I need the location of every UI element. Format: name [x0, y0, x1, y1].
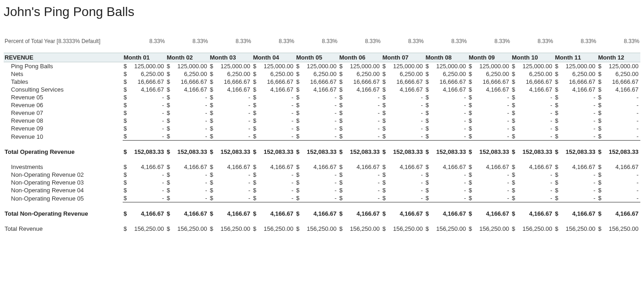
value-cell: $4,166.67 — [382, 163, 425, 171]
value-cell: $- — [338, 117, 381, 125]
percent-value: 8.33% — [511, 38, 554, 53]
value-cell: $- — [252, 109, 295, 117]
value-cell: $4,166.67 — [123, 163, 166, 171]
month-header: Month 11 — [554, 53, 597, 62]
value-cell: $- — [295, 93, 338, 101]
value-cell: $- — [252, 194, 295, 202]
value-cell: $156,250.00 — [295, 225, 338, 233]
month-header: Month 01 — [123, 53, 166, 62]
value-cell: $- — [252, 117, 295, 125]
value-cell: $- — [209, 93, 252, 101]
row-label: Nets — [4, 70, 123, 78]
value-cell: $- — [295, 179, 338, 186]
value-cell: $4,166.67 — [209, 163, 252, 171]
row-label: Non-Operating Revenue 04 — [4, 186, 123, 194]
value-cell: $- — [554, 125, 597, 132]
value-cell: $- — [295, 194, 338, 202]
value-cell: $- — [123, 194, 166, 202]
value-cell: $125,000.00 — [382, 62, 425, 71]
percent-value: 8.33% — [554, 38, 597, 53]
value-cell: $- — [511, 109, 554, 117]
value-cell: $4,166.67 — [338, 210, 381, 218]
value-cell: $- — [123, 93, 166, 101]
value-cell: $- — [209, 171, 252, 179]
value-cell: $- — [382, 186, 425, 194]
value-cell: $- — [209, 194, 252, 202]
table-row: Investments$4,166.67$4,166.67$4,166.67$4… — [4, 163, 640, 171]
value-cell: $125,000.00 — [425, 62, 468, 71]
value-cell: $4,166.67 — [295, 163, 338, 171]
value-cell: $4,166.67 — [209, 86, 252, 93]
value-cell: $- — [511, 179, 554, 186]
row-label: Ping Pong Balls — [4, 62, 123, 71]
value-cell: $- — [382, 109, 425, 117]
percent-value: 8.33% — [468, 38, 511, 53]
value-cell: $- — [252, 171, 295, 179]
value-cell: $4,166.67 — [468, 86, 511, 93]
month-header: Month 07 — [382, 53, 425, 62]
value-cell: $- — [338, 179, 381, 186]
value-cell: $- — [252, 186, 295, 194]
value-cell: $156,250.00 — [425, 225, 468, 233]
value-cell: $- — [123, 101, 166, 109]
row-label: Revenue 07 — [4, 109, 123, 117]
table-row: Non-Operating Revenue 04$-$-$-$-$-$-$-$-… — [4, 186, 640, 194]
value-cell: $6,250.00 — [468, 70, 511, 78]
row-label: Total Non-Operating Revenue — [4, 210, 123, 218]
value-cell: $125,000.00 — [468, 62, 511, 71]
value-cell: $- — [425, 171, 468, 179]
value-cell: $- — [166, 93, 209, 101]
value-cell: $- — [252, 101, 295, 109]
value-cell: $- — [511, 117, 554, 125]
percent-value: 8.33% — [597, 38, 640, 53]
value-cell: $- — [468, 179, 511, 186]
value-cell: $- — [597, 194, 640, 202]
value-cell: $- — [123, 132, 166, 141]
section-header-row: REVENUEMonth 01Month 02Month 03Month 04M… — [4, 53, 640, 62]
table-row: Nets$6,250.00$6,250.00$6,250.00$6,250.00… — [4, 70, 640, 78]
value-cell: $- — [338, 125, 381, 132]
value-cell: $- — [295, 186, 338, 194]
value-cell: $- — [338, 109, 381, 117]
value-cell: $4,166.67 — [295, 210, 338, 218]
percent-value: 8.33% — [295, 38, 338, 53]
row-label: Total Revenue — [4, 225, 123, 233]
value-cell: $- — [252, 125, 295, 132]
row-label: Non-Operating Revenue 03 — [4, 179, 123, 186]
value-cell: $4,166.67 — [425, 163, 468, 171]
value-cell: $- — [295, 125, 338, 132]
value-cell: $125,000.00 — [597, 62, 640, 71]
value-cell: $4,166.67 — [123, 86, 166, 93]
value-cell: $- — [209, 186, 252, 194]
percent-value: 8.33% — [209, 38, 252, 53]
value-cell: $4,166.67 — [123, 210, 166, 218]
percent-value: 8.33% — [166, 38, 209, 53]
value-cell: $16,666.67 — [511, 78, 554, 86]
value-cell: $4,166.67 — [511, 163, 554, 171]
table-row: Revenue 10$-$-$-$-$-$-$-$-$-$-$-$- — [4, 132, 640, 141]
value-cell: $- — [468, 117, 511, 125]
value-cell: $- — [511, 194, 554, 202]
table-row: Tables$16,666.67$16,666.67$16,666.67$16,… — [4, 78, 640, 86]
value-cell: $6,250.00 — [209, 70, 252, 78]
value-cell: $- — [425, 125, 468, 132]
month-header: Month 12 — [597, 53, 640, 62]
percent-row: Percent of Total Year [8.3333% Default]8… — [4, 38, 640, 53]
month-header: Month 04 — [252, 53, 295, 62]
value-cell: $125,000.00 — [252, 62, 295, 71]
value-cell: $- — [166, 117, 209, 125]
value-cell: $- — [511, 132, 554, 141]
value-cell: $156,250.00 — [382, 225, 425, 233]
value-cell: $4,166.67 — [166, 86, 209, 93]
value-cell: $- — [468, 109, 511, 117]
row-label: Revenue 05 — [4, 93, 123, 101]
value-cell: $- — [425, 101, 468, 109]
value-cell: $6,250.00 — [252, 70, 295, 78]
value-cell: $- — [554, 101, 597, 109]
value-cell: $- — [597, 132, 640, 141]
value-cell: $156,250.00 — [468, 225, 511, 233]
value-cell: $- — [382, 125, 425, 132]
value-cell: $16,666.67 — [209, 78, 252, 86]
value-cell: $- — [338, 132, 381, 141]
value-cell: $- — [597, 186, 640, 194]
